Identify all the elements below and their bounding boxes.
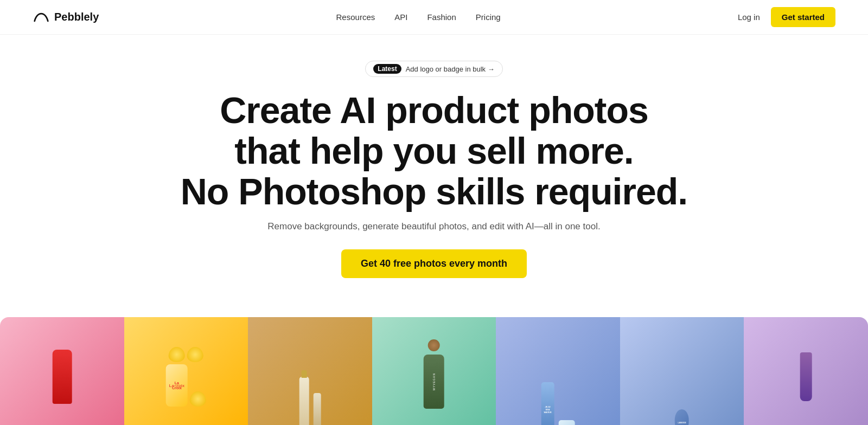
logo-icon <box>33 12 50 23</box>
badge-pill[interactable]: Latest Add logo or badge in bulk → <box>365 61 502 77</box>
cta-button[interactable]: Get 40 free photos every month <box>341 249 527 278</box>
nav-link-api[interactable]: API <box>394 12 407 22</box>
gallery-item-curology <box>744 317 868 425</box>
logo-text: Pebblely <box>54 11 99 23</box>
nav-actions: Log in Get started <box>738 7 835 27</box>
badge-tag: Latest <box>373 64 401 74</box>
gallery-item-jeju: JEJU SEA WATER <box>496 317 620 425</box>
gallery-item-serum <box>248 317 372 425</box>
hero-subtitle: Remove backgrounds, generate beautiful p… <box>11 221 857 232</box>
gallery-item-skii <box>0 317 124 425</box>
skii-bottle <box>52 350 72 404</box>
gallery-row-1: La Croix MYVEGAN JEJU <box>0 317 868 425</box>
hero-title: Create AI product photos that help you s… <box>11 90 857 211</box>
nav-link-fashion[interactable]: Fashion <box>427 12 456 22</box>
hero-section: Latest Add logo or badge in bulk → Creat… <box>0 35 868 295</box>
gallery-item-laneige: LANEIGE <box>620 317 744 425</box>
nav-link-pricing[interactable]: Pricing <box>476 12 501 22</box>
get-started-button[interactable]: Get started <box>771 7 835 27</box>
lemons: La Croix <box>164 347 208 407</box>
hero-title-line1: Create AI product photos <box>220 89 648 131</box>
badge-text: Add logo or badge in bulk → <box>406 65 495 73</box>
nav-link-resources[interactable]: Resources <box>336 12 375 22</box>
gallery-item-lacroix: La Croix <box>124 317 248 425</box>
hero-title-line2: that help you sell more. <box>234 130 634 171</box>
logo[interactable]: Pebblely <box>33 11 99 23</box>
login-link[interactable]: Log in <box>738 12 760 22</box>
gallery-item-myvegan: MYVEGAN <box>372 317 496 425</box>
hero-title-line3: No Photoshop skills required. <box>181 171 687 212</box>
nav-links: Resources API Fashion Pricing <box>336 12 501 22</box>
navbar: Pebblely Resources API Fashion Pricing L… <box>0 0 868 35</box>
